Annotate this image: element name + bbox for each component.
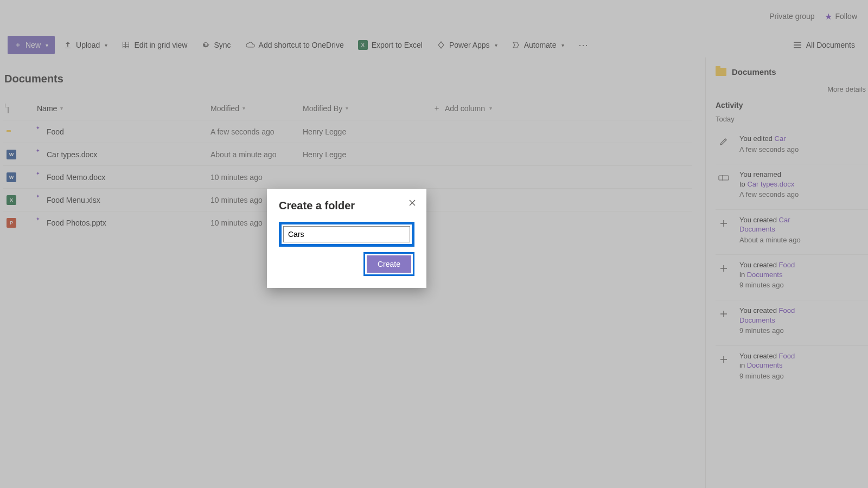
- create-folder-dialog: Create a folder Create: [267, 189, 426, 288]
- folder-name-input[interactable]: [283, 226, 410, 242]
- create-button[interactable]: Create: [367, 255, 411, 273]
- dialog-title: Create a folder: [279, 200, 414, 212]
- folder-name-highlight: [279, 222, 414, 247]
- close-button[interactable]: [405, 195, 420, 210]
- modal-overlay: [0, 0, 868, 488]
- close-icon: [409, 199, 416, 207]
- create-button-highlight: Create: [363, 252, 414, 276]
